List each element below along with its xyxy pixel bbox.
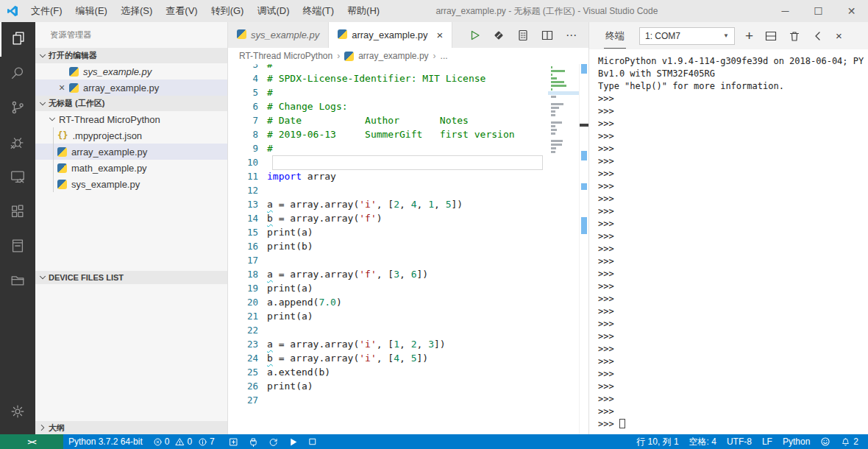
feedback-button[interactable]: [815, 434, 836, 449]
activity-item-explorer[interactable]: [0, 22, 35, 57]
language-mode[interactable]: Python: [778, 434, 815, 449]
settings-button[interactable]: [0, 395, 35, 430]
eol-sequence[interactable]: LF: [757, 434, 778, 449]
more-actions-icon[interactable]: ⋯: [566, 29, 577, 40]
workspace-header[interactable]: 无标题 (工作区): [35, 96, 227, 111]
minimap[interactable]: [548, 66, 579, 158]
tree-item[interactable]: array_example.py: [35, 144, 227, 160]
terminal-tab[interactable]: 终端: [604, 23, 626, 49]
remote-icon: ><: [27, 437, 35, 447]
notes-icon: [10, 238, 26, 257]
split-terminal-icon[interactable]: [765, 30, 777, 42]
terminal-line: >>>: [598, 93, 868, 105]
usb-connect-button[interactable]: [243, 434, 263, 449]
tree-item[interactable]: {}.mpyproject.json: [35, 127, 227, 144]
code-line: 7# Date Author Notes: [228, 113, 588, 127]
run-button[interactable]: [283, 434, 303, 449]
tab-sys-example[interactable]: sys_example.py: [228, 22, 329, 48]
line-number: 22: [228, 325, 258, 336]
menu-item-3[interactable]: 查看(V): [159, 5, 204, 16]
activity-item-extensions[interactable]: [0, 195, 35, 230]
problems-indicator[interactable]: 0 0 7: [148, 434, 224, 449]
close-window-button[interactable]: ✕: [835, 0, 868, 22]
python-file-icon: [69, 67, 79, 77]
terminal-line: >>>: [598, 143, 868, 155]
stop-icon: [308, 437, 317, 446]
terminal-cursor: [619, 419, 625, 428]
cursor-position[interactable]: 行 10, 列 1: [631, 434, 683, 449]
line-number: 3: [228, 64, 258, 70]
activity-item-source-control[interactable]: [0, 91, 35, 126]
activity-item-folder[interactable]: [0, 264, 35, 299]
indentation[interactable]: 空格: 4: [684, 434, 722, 449]
terminal-line: >>>: [598, 305, 868, 318]
run-file-icon[interactable]: [469, 29, 480, 41]
menu-item-5[interactable]: 调试(D): [250, 5, 296, 16]
breadcrumb-separator: ›: [337, 51, 340, 61]
open-editors-header[interactable]: 打开的编辑器: [35, 48, 227, 63]
notifications-bell[interactable]: 2: [836, 434, 864, 449]
activity-item-search[interactable]: [0, 57, 35, 91]
sidebar-title: 资源管理器: [35, 22, 227, 48]
code-editor[interactable]: 3#4# SPDX-License-Identifier: MIT Licens…: [228, 64, 588, 434]
terminal-line: >>>: [598, 230, 868, 243]
activity-bar: [0, 22, 35, 434]
minimize-button[interactable]: ─: [769, 0, 802, 22]
activity-item-notes[interactable]: [0, 230, 35, 264]
menu-item-0[interactable]: 文件(F): [24, 5, 69, 16]
minimap-line: [548, 154, 579, 158]
terminal-line: >>>: [598, 218, 868, 230]
maximize-button[interactable]: ☐: [802, 0, 835, 22]
close-icon[interactable]: ×: [54, 79, 69, 96]
encoding[interactable]: UTF-8: [722, 434, 757, 449]
folder-icon: [10, 272, 26, 291]
menu-item-6[interactable]: 终端(T): [296, 5, 341, 16]
move-panel-icon[interactable]: [812, 30, 824, 42]
tab-array-example[interactable]: array_example.py ×: [329, 22, 452, 48]
menu-item-1[interactable]: 编辑(E): [69, 5, 114, 16]
line-number: 14: [228, 213, 258, 224]
device-files-header[interactable]: DEVICE FILES LIST: [35, 271, 227, 284]
breadcrumb[interactable]: RT-Thread MicroPython › array_example.py…: [228, 48, 588, 64]
build-firmware-icon[interactable]: [517, 29, 529, 41]
tree-item[interactable]: math_example.py: [35, 160, 227, 176]
terminal-line: >>>: [598, 118, 868, 130]
tree-item[interactable]: RT-Thread MicroPython: [35, 111, 227, 127]
usb-icon: [249, 437, 258, 447]
new-project-button[interactable]: [224, 434, 243, 449]
flash-device-icon[interactable]: [493, 29, 505, 41]
bell-icon: [841, 437, 850, 447]
menu-item-2[interactable]: 选择(S): [114, 5, 159, 16]
terminal-line: >>>: [598, 418, 868, 431]
terminal-output[interactable]: MicroPython v1.9.4-114-g309fe39d on 2018…: [589, 49, 868, 434]
tree-item[interactable]: sys_example.py: [35, 176, 227, 192]
explorer-sidebar: 资源管理器 打开的编辑器 sys_example.py×array_exampl…: [35, 22, 228, 434]
activity-item-debug[interactable]: [0, 126, 35, 160]
close-panel-icon[interactable]: ×: [836, 30, 842, 41]
open-editor-item[interactable]: sys_example.py: [35, 63, 227, 79]
line-number: 21: [228, 311, 258, 322]
stop-button[interactable]: [303, 434, 322, 449]
code-line: 11import array: [228, 169, 588, 183]
kill-terminal-icon[interactable]: [789, 30, 800, 42]
sync-button[interactable]: [263, 434, 283, 449]
new-terminal-icon[interactable]: +: [745, 29, 753, 43]
terminal-line: >>>: [598, 293, 868, 305]
overview-ruler-marker: [581, 151, 587, 160]
close-tab-icon[interactable]: ×: [437, 29, 444, 41]
menu-item-7[interactable]: 帮助(H): [341, 5, 386, 16]
split-editor-icon[interactable]: [541, 29, 553, 41]
terminal-selector[interactable]: 1: COM7 ▼: [639, 27, 735, 45]
activity-item-remote[interactable]: [0, 160, 35, 195]
menu-item-4[interactable]: 转到(G): [204, 5, 251, 16]
remote-indicator[interactable]: ><: [0, 434, 63, 449]
explorer-icon: [10, 30, 26, 49]
open-editor-item[interactable]: ×array_example.py: [35, 79, 227, 96]
overview-ruler-marker: [581, 183, 587, 190]
outline-header[interactable]: 大纲: [35, 421, 227, 434]
python-interpreter[interactable]: Python 3.7.2 64-bit: [63, 434, 148, 449]
terminal-line: >>>: [598, 130, 868, 143]
menu-bar: 文件(F)编辑(E)选择(S)查看(V)转到(G)调试(D)终端(T)帮助(H): [24, 0, 386, 22]
overview-ruler-marker: [581, 64, 587, 74]
python-file-icon: [57, 180, 67, 189]
